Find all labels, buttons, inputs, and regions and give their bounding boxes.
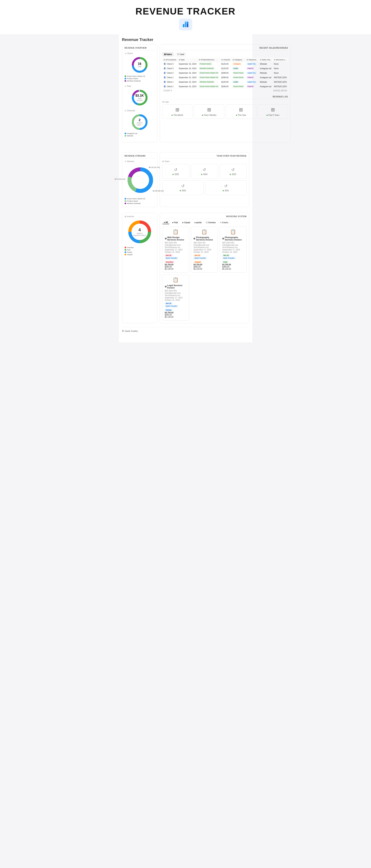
log-icon-this-year: ⊞ bbox=[228, 107, 254, 113]
year-card-2022[interactable]: ↺ 2022 bbox=[162, 180, 204, 195]
invoice-card-1: 📋 ⊞Web Design Services Invoice WD-2024-0… bbox=[162, 226, 189, 273]
page-title: REVENUE TRACKER bbox=[4, 6, 367, 17]
invoice-card-4: 📋 ⊞Legal Services Invoice WD-2024-001 Cl… bbox=[162, 275, 189, 321]
page-header: REVENUE TRACKER bbox=[0, 0, 371, 34]
quick-guides-icon: ⊞ bbox=[122, 330, 124, 332]
cell-client: 👤Client 1 bbox=[162, 75, 177, 80]
invoice-title-1: ⊞Web Design Services Invoice bbox=[165, 236, 187, 241]
invoice-icon-2: 📋 bbox=[194, 229, 215, 235]
invoice-icon-4: 📋 bbox=[165, 277, 187, 283]
invoice-company-2: TechSolutions Inc. bbox=[194, 246, 215, 248]
channels-donut: 2 Distinct Sales... bbox=[131, 113, 148, 131]
invoice-id-2: WD-2024-401 bbox=[194, 242, 215, 244]
year-label-2024: 2024 bbox=[193, 173, 216, 176]
invoice-date2-4: October 15, 2024 bbox=[165, 299, 187, 301]
log-label-past-3: Past 3 Months bbox=[196, 114, 223, 116]
total-donut: $3.1K Total Amount bbox=[131, 89, 148, 106]
invoice-payment-4: Bank Transfer bbox=[165, 305, 178, 307]
invoice-amount1-4: $4,750.00 bbox=[165, 312, 187, 314]
invoicing-section: ⊞Invoices 4 Distinct Payment Status bbox=[122, 213, 249, 323]
cell-channel: Instagram ad bbox=[259, 84, 273, 89]
cell-payment: PayPal bbox=[246, 84, 259, 89]
invoice-terms-1: Net 30 bbox=[165, 254, 172, 256]
invoice-amount3-2: $5,130.00 bbox=[194, 268, 215, 270]
tab-paid[interactable]: ● Paid bbox=[171, 221, 179, 224]
year-label-2022: 2022 bbox=[164, 189, 202, 192]
streams-donut-wrapper: $0.1k (16.7%) $774 (23.1%) $1.9k (58.2%) bbox=[124, 164, 156, 196]
col-payment: ⊙ Payment... bbox=[246, 58, 259, 62]
left-panel: REVENUE OVERVIEW ⊙ Clients 16 bbox=[122, 44, 158, 143]
invoice-status-1: Overdue bbox=[165, 261, 174, 263]
logs-label: ⊞Logs bbox=[162, 101, 288, 103]
yoy-panel: YEAR-OVER-YEAR REVENUE ⊞Years ↺ 2025 ↺ 2… bbox=[160, 152, 249, 207]
invoice-payment-3: Bank Transfer bbox=[222, 257, 236, 259]
tab-more[interactable]: + 3 more... bbox=[218, 221, 231, 224]
clients-donut: 16 total bbox=[131, 56, 148, 74]
cell-payment: PayPal bbox=[246, 75, 259, 80]
invoice-amount1-2: $4,750.00 bbox=[194, 264, 215, 266]
year-card-2024[interactable]: ↺ 2024 bbox=[191, 164, 218, 179]
table-row: 👤Client 1 September 15, 2024 Wireless Ea… bbox=[162, 80, 288, 84]
invoice-id-4: WD-2024-001 bbox=[165, 290, 187, 292]
invoice-date1-1: September 17, 2024 bbox=[165, 249, 187, 251]
invoice-status-4: Partial bbox=[165, 309, 173, 311]
cell-discount: None bbox=[273, 66, 288, 71]
table-footer: COUNT 6 SUM $1,284.00 bbox=[162, 89, 288, 93]
invoice-status-2: Unpaid bbox=[194, 261, 202, 263]
col-product: ⊙ Product/Service bbox=[198, 58, 220, 62]
tab-overdue[interactable]: ☐ Overdue bbox=[204, 221, 217, 224]
tab-card[interactable]: ☐ Card bbox=[175, 52, 186, 57]
invoice-date1-3: September 17, 2024 bbox=[222, 249, 244, 251]
cell-product: Wireless Earbuds bbox=[198, 80, 220, 84]
table-row: 👤Client 1 September 15, 2024 Smart Home … bbox=[162, 75, 288, 80]
log-card-past-5-years[interactable]: ⊞ Past 5 Years bbox=[258, 104, 288, 119]
log-label-this-month: This Month bbox=[164, 114, 191, 116]
cell-client: 👤Client 3 bbox=[162, 71, 177, 75]
cell-amount: $125.00 bbox=[220, 62, 231, 66]
tab-sales[interactable]: ⊞ Sales bbox=[162, 52, 174, 57]
cell-client: 👤Client 1 bbox=[162, 80, 177, 84]
invoice-right-panel: INVOICING SYSTEM ● All ● Paid ● Unpaid ●… bbox=[160, 213, 249, 323]
invoice-id-1: WD-2024-001 bbox=[165, 242, 187, 244]
invoice-company-1: TechSolutions Inc. bbox=[165, 246, 187, 248]
invoice-tabs: ● All ● Paid ● Unpaid ● partial ☐ Overdu… bbox=[162, 221, 247, 224]
table-row: 👤Client 3 September 16, 2024 Product Nam… bbox=[162, 62, 288, 66]
cell-channel: Website bbox=[259, 80, 273, 84]
invoice-terms-4: Net 30 bbox=[165, 302, 172, 305]
invoice-company-4: TechSolutions Inc. bbox=[165, 294, 187, 297]
invoice-date2-1: October 15, 2024 bbox=[165, 251, 187, 253]
invoice-amount3-3: $5,130.00 bbox=[222, 268, 244, 270]
col-amount: ⊙ Amount bbox=[220, 58, 231, 62]
cell-amount: $299.00 bbox=[220, 75, 231, 80]
col-date: ⊙ Date bbox=[177, 58, 198, 62]
year-grid-bottom: ↺ 2022 ↺ 2021 bbox=[162, 180, 247, 195]
svg-rect-0 bbox=[183, 24, 184, 27]
sales-tabs: ⊞ Sales ☐ Card bbox=[162, 52, 288, 57]
sales-table: ⊙ All Customer ⊙ Date ⊙ Product/Service … bbox=[162, 58, 288, 89]
log-card-past-3-months[interactable]: ⊞ Past 3 Months bbox=[194, 104, 224, 119]
year-card-2025[interactable]: ↺ 2025 bbox=[162, 164, 189, 179]
invoice-left-panel: ⊞Invoices 4 Distinct Payment Status bbox=[122, 213, 158, 323]
quick-guides[interactable]: ⊞ Quick Guides bbox=[122, 327, 249, 335]
invoice-title-4: ⊞Legal Services Invoice bbox=[165, 284, 187, 289]
svg-marker-3 bbox=[187, 21, 189, 24]
tab-all[interactable]: ● All bbox=[162, 221, 170, 224]
year-card-2021[interactable]: ↺ 2021 bbox=[205, 180, 247, 195]
year-card-2023[interactable]: ↺ 2023 bbox=[220, 164, 247, 179]
log-card-this-month[interactable]: ⊞ This Month bbox=[162, 104, 193, 119]
cell-discount: INSTA20 (20% bbox=[273, 75, 288, 80]
total-metric: ⊙ Total $3.1K Total Amount bbox=[124, 85, 155, 106]
cell-client: 👤Client 1 bbox=[162, 84, 177, 89]
invoice-email-2: Client@email.com bbox=[194, 244, 215, 246]
invoice-status-3: Paid bbox=[222, 261, 228, 263]
tab-unpaid[interactable]: ● Unpaid bbox=[181, 221, 192, 224]
tab-partial[interactable]: ● partial bbox=[193, 221, 203, 224]
cell-channel: Website bbox=[259, 62, 273, 66]
channels-metric: ⊙ Channels 2 Distinct Sales... Instag bbox=[124, 110, 155, 137]
cell-category: Category bbox=[231, 62, 246, 66]
invoice-terms-2: Net 30 bbox=[194, 254, 201, 256]
invoice-icon-1: 📋 bbox=[165, 229, 187, 235]
invoice-title-2: ⊞Photography Services Invoice bbox=[194, 236, 215, 241]
log-card-this-year[interactable]: ⊞ This Year bbox=[226, 104, 256, 119]
yoy-label: YEAR-OVER-YEAR REVENUE bbox=[162, 155, 247, 158]
